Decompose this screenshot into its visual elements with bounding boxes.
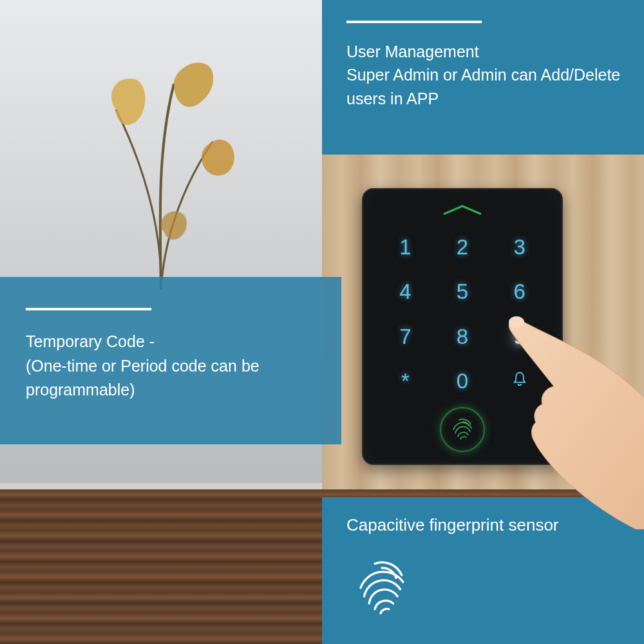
key-0[interactable]: 0 — [436, 361, 489, 402]
key-1[interactable]: 1 — [379, 227, 432, 268]
key-6[interactable]: 6 — [493, 272, 546, 313]
key-8[interactable]: 8 — [436, 316, 489, 357]
callout-user-management: User Management Super Admin or Admin can… — [322, 0, 644, 155]
callout-text: Capacitive fingerprint sensor — [346, 515, 620, 535]
key-bell[interactable] — [493, 361, 546, 402]
status-indicator-icon — [443, 205, 482, 218]
key-star[interactable]: * — [379, 361, 432, 402]
key-3[interactable]: 3 — [493, 227, 546, 268]
key-4[interactable]: 4 — [379, 272, 432, 313]
key-9[interactable]: 9 — [493, 316, 546, 357]
key-2[interactable]: 2 — [436, 227, 489, 268]
access-keypad-device: 1 2 3 4 5 6 7 8 9 * 0 — [362, 188, 563, 465]
fingerprint-icon — [448, 414, 477, 445]
key-5[interactable]: 5 — [436, 272, 489, 313]
key-7[interactable]: 7 — [379, 316, 432, 357]
callout-temporary-code: Temporary Code - (One-time or Period cod… — [0, 277, 341, 444]
bell-icon — [511, 369, 529, 393]
callout-text: Temporary Code - (One-time or Period cod… — [26, 330, 316, 402]
keypad-grid: 1 2 3 4 5 6 7 8 9 * 0 — [379, 227, 546, 402]
callout-fingerprint-sensor: Capacitive fingerprint sensor — [322, 497, 644, 644]
callout-text: User Management Super Admin or Admin can… — [346, 40, 626, 110]
divider-line — [26, 308, 151, 310]
dried-plant-decor — [77, 19, 245, 290]
fingerprint-sensor-button[interactable] — [440, 407, 485, 452]
divider-line — [346, 21, 482, 23]
fingerprint-icon — [346, 547, 417, 618]
